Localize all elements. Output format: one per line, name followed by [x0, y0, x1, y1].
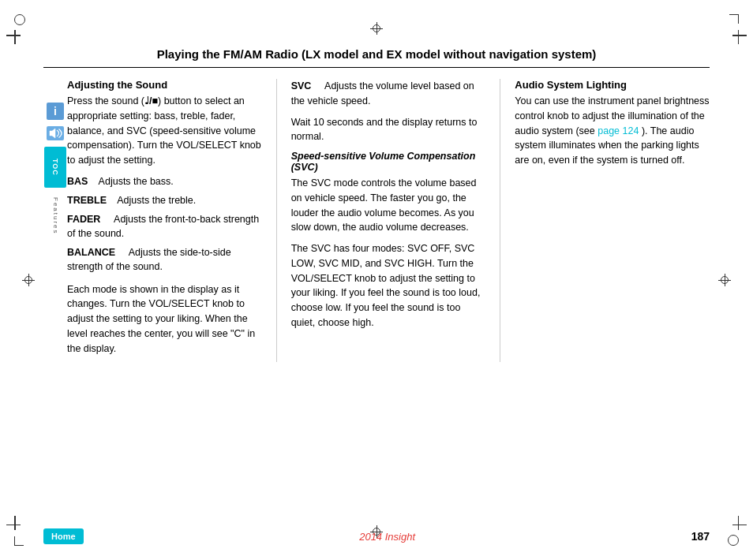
page-124-link[interactable]: page 124	[598, 125, 639, 136]
reg-bar-right-h-bottom	[732, 525, 747, 526]
reg-bar-left-bottom	[14, 516, 16, 530]
balance-term: BALANCE Adjusts the side-to-side strengt…	[67, 245, 262, 274]
wait-text: Wait 10 seconds and the display returns …	[291, 115, 486, 145]
corner-mark-bottom-left	[14, 532, 28, 546]
svc-body: The SVC mode controls the volume based o…	[291, 176, 486, 235]
left-column: Adjusting the Sound Press the sound (♩/■…	[67, 79, 277, 362]
adjusting-sound-intro: Press the sound (♩/■) button to select a…	[67, 94, 262, 168]
page-number: 187	[691, 530, 710, 543]
svc-term-line: SVC Adjusts the volume level based on th…	[291, 79, 486, 109]
svc-italic-heading: Speed-sensitive Volume Compensation (SVC…	[291, 151, 486, 173]
adjusting-sound-heading: Adjusting the Sound	[67, 79, 262, 91]
right-column: Audio System Lighting You can use the in…	[500, 79, 710, 362]
main-content: Playing the FM/AM Radio (LX model and EX…	[43, 47, 710, 517]
reg-bar-right-top	[738, 30, 740, 44]
reg-mark-top	[370, 22, 383, 35]
corner-mark-top-right	[725, 14, 739, 28]
audio-lighting-body: You can use the instrument panel brightn…	[515, 94, 710, 168]
corner-mark-top-left	[14, 14, 28, 28]
home-button[interactable]: Home	[43, 528, 84, 544]
page-title: Playing the FM/AM Radio (LX model and EX…	[43, 47, 710, 68]
reg-bar-left-h-top	[6, 35, 21, 36]
columns-container: Adjusting the Sound Press the sound (♩/■…	[67, 79, 710, 362]
reg-bar-left-top	[14, 30, 16, 44]
reg-mark-right	[718, 274, 731, 286]
reg-bar-right-bottom	[738, 516, 740, 530]
mode-text: Each mode is shown in the display as it …	[67, 282, 262, 357]
audio-lighting-heading: Audio System Lighting	[515, 79, 710, 91]
corner-mark-bottom-right	[725, 532, 739, 546]
treble-term: TREBLE Adjusts the treble.	[67, 193, 262, 207]
reg-bar-right-h-top	[732, 35, 747, 36]
reg-bar-left-h-bottom	[6, 525, 21, 526]
svc-modes-text: The SVC has four modes: SVC OFF, SVC LOW…	[291, 241, 486, 330]
bottom-bar: Home 2014 Insight 187	[43, 528, 710, 544]
reg-mark-left	[22, 274, 35, 286]
bas-term: BAS Adjusts the bass.	[67, 174, 262, 189]
middle-column: SVC Adjusts the volume level based on th…	[277, 79, 501, 362]
fader-term: FADER Adjusts the front-to-back strength…	[67, 212, 262, 241]
footer-title: 2014 Insight	[84, 531, 691, 543]
